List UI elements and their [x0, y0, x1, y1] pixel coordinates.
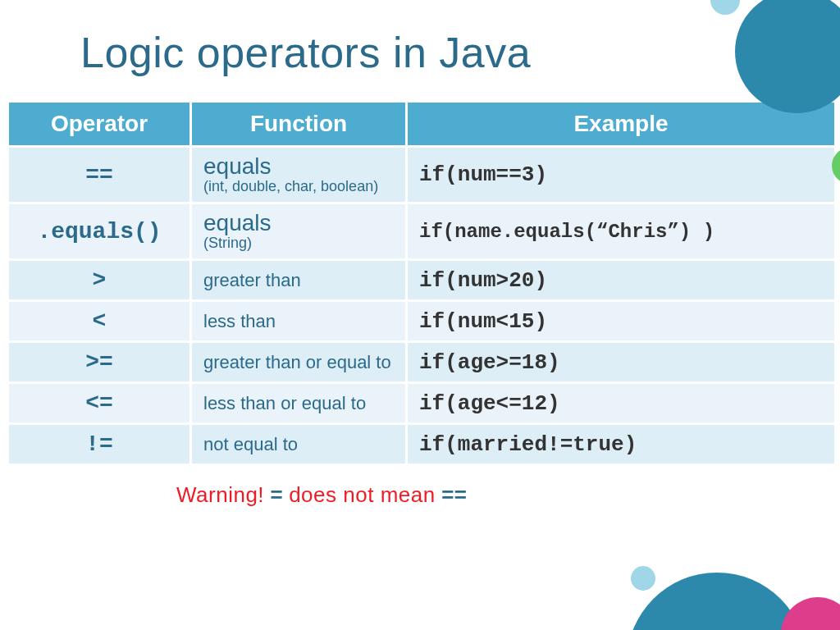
- table-row: < less than if(num<15): [9, 302, 834, 340]
- table-row: <= less than or equal to if(age<=12): [9, 384, 834, 422]
- cell-function: less than: [192, 302, 405, 340]
- cell-operator: !=: [9, 425, 189, 463]
- table-row: == equals (int, double, char, boolean) i…: [9, 148, 834, 202]
- warning-text: does not mean: [289, 482, 436, 507]
- header-operator: Operator: [9, 103, 189, 145]
- decor-circle-bot-small: [631, 566, 655, 591]
- cell-operator: <=: [9, 384, 189, 422]
- cell-function: equals (int, double, char, boolean): [192, 148, 405, 202]
- table-row: .equals() equals (String) if(name.equals…: [9, 204, 834, 258]
- cell-example: if(num==3): [408, 148, 834, 202]
- cell-operator: >: [9, 261, 189, 299]
- header-function: Function: [192, 103, 405, 145]
- cell-example: if(married!=true): [408, 425, 834, 463]
- decor-circle-top-right: [735, 0, 840, 113]
- cell-function: not equal to: [192, 425, 405, 463]
- warning-op1: =: [270, 484, 283, 509]
- cell-example: if(age>=18): [408, 343, 834, 381]
- table-row: > greater than if(num>20): [9, 261, 834, 299]
- cell-example: if(num>20): [408, 261, 834, 299]
- cell-operator: .equals(): [9, 204, 189, 258]
- decor-circle-bot-pink: [781, 597, 840, 630]
- warning-op2: ==: [441, 484, 467, 509]
- cell-operator: <: [9, 302, 189, 340]
- table-header-row: Operator Function Example: [9, 103, 834, 145]
- cell-operator: ==: [9, 148, 189, 202]
- cell-function: equals (String): [192, 204, 405, 258]
- cell-example: if(age<=12): [408, 384, 834, 422]
- slide-title: Logic operators in Java: [0, 0, 840, 77]
- table-row: >= greater than or equal to if(age>=18): [9, 343, 834, 381]
- warning-footer: Warning! = does not mean ==: [0, 482, 840, 509]
- table-row: != not equal to if(married!=true): [9, 425, 834, 463]
- cell-function: greater than or equal to: [192, 343, 405, 381]
- warning-label: Warning!: [176, 482, 264, 507]
- cell-function: greater than: [192, 261, 405, 299]
- operators-table: Operator Function Example == equals (int…: [7, 100, 837, 466]
- cell-operator: >=: [9, 343, 189, 381]
- cell-function: less than or equal to: [192, 384, 405, 422]
- cell-example: if(name.equals(“Chris”) ): [408, 204, 834, 258]
- header-example: Example: [408, 103, 834, 145]
- cell-example: if(num<15): [408, 302, 834, 340]
